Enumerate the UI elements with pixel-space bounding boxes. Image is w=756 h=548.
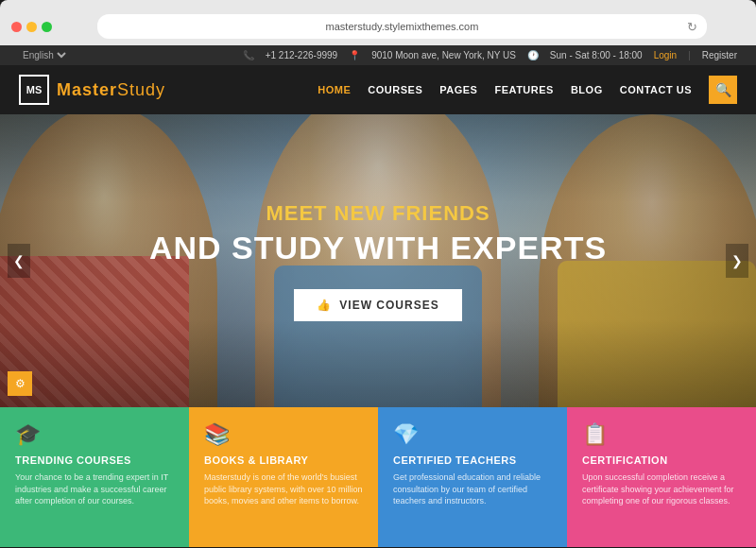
certification-desc: Upon successful completion receive a cer… — [582, 471, 741, 507]
teachers-desc: Get professional education and reliable … — [393, 471, 552, 507]
refresh-icon[interactable]: ↻ — [687, 20, 697, 34]
trending-title: TRENDING COURSES — [15, 454, 174, 466]
maximize-dot[interactable] — [42, 22, 52, 32]
hero-content: MEET NEW FRIENDS AND STUDY WITH EXPERTS … — [0, 114, 756, 407]
search-button[interactable]: 🔍 — [709, 76, 737, 104]
url-text: masterstudy.stylemixthemes.com — [326, 21, 479, 32]
clock-icon: 🕐 — [527, 50, 539, 60]
address-bar[interactable]: masterstudy.stylemixthemes.com ↻ — [97, 14, 707, 39]
hero-title: AND STUDY WITH EXPERTS — [149, 230, 607, 266]
address-text: 9010 Moon ave, New York, NY US — [371, 50, 516, 60]
library-desc: Masterstudy is one of the world's busies… — [204, 471, 363, 507]
logo: MS MasterStudy — [19, 75, 165, 105]
cta-label: VIEW COURSES — [339, 299, 438, 312]
hero-prev-button[interactable]: ❮ — [8, 244, 30, 278]
nav-courses[interactable]: COURSES — [368, 84, 422, 95]
phone-icon: 📞 — [243, 50, 254, 60]
language-select[interactable]: English — [19, 49, 69, 61]
brand-part1: Master — [57, 80, 117, 99]
location-icon: 📍 — [349, 50, 360, 60]
library-title: BOOKS & LIBRARY — [204, 454, 363, 466]
prev-icon: ❮ — [13, 253, 25, 268]
logo-box: MS — [19, 75, 49, 105]
feature-trending: 🎓 TRENDING COURSES Your chance to be a t… — [0, 407, 189, 547]
next-icon: ❯ — [731, 253, 743, 268]
login-link[interactable]: Login — [654, 50, 677, 60]
register-link[interactable]: Register — [702, 50, 737, 60]
website: English 📞 +1 212-226-9999 📍 9010 Moon av… — [0, 45, 756, 548]
feature-teachers: 💎 CERTIFIED TEACHERS Get professional ed… — [378, 407, 567, 547]
teachers-title: CERTIFIED TEACHERS — [393, 454, 552, 466]
cta-button[interactable]: 👍 VIEW COURSES — [294, 289, 461, 321]
feature-library: 📚 BOOKS & LIBRARY Masterstudy is one of … — [189, 407, 378, 547]
hero-subtitle: MEET NEW FRIENDS — [266, 201, 490, 226]
nav-contact[interactable]: CONTACT US — [620, 84, 692, 95]
browser-dots — [11, 22, 52, 32]
nav-features[interactable]: FEATURES — [494, 84, 553, 95]
cta-icon: 👍 — [317, 299, 332, 312]
phone-number: +1 212-226-9999 — [266, 50, 337, 60]
trending-desc: Your chance to be a trending expert in I… — [15, 471, 174, 507]
gear-icon: ⚙ — [15, 377, 26, 390]
header: MS MasterStudy HOME COURSES PAGES FEATUR… — [0, 65, 756, 114]
features-section: 🎓 TRENDING COURSES Your chance to be a t… — [0, 407, 756, 547]
trending-icon: 🎓 — [15, 422, 174, 447]
brand-part2: Study — [117, 80, 165, 99]
brand-name: MasterStudy — [57, 80, 165, 100]
certification-icon: 📋 — [582, 422, 741, 447]
minimize-dot[interactable] — [26, 22, 37, 32]
nav-home[interactable]: HOME — [318, 84, 351, 95]
utility-right: 📞 +1 212-226-9999 📍 9010 Moon ave, New Y… — [243, 50, 737, 60]
hours-text: Sun - Sat 8:00 - 18:00 — [550, 50, 643, 60]
utility-bar: English 📞 +1 212-226-9999 📍 9010 Moon av… — [0, 45, 756, 65]
nav-pages[interactable]: PAGES — [439, 84, 477, 95]
utility-left: English — [19, 49, 69, 61]
gear-button[interactable]: ⚙ — [8, 371, 32, 396]
feature-certification: 📋 CERTIFICATION Upon successful completi… — [567, 407, 756, 547]
certification-title: CERTIFICATION — [582, 454, 741, 466]
main-nav: HOME COURSES PAGES FEATURES BLOG CONTACT… — [318, 76, 737, 104]
hero-section: MEET NEW FRIENDS AND STUDY WITH EXPERTS … — [0, 114, 756, 407]
browser-chrome: masterstudy.stylemixthemes.com ↻ — [0, 0, 756, 45]
nav-blog[interactable]: BLOG — [571, 84, 603, 95]
separator: | — [688, 50, 691, 60]
close-dot[interactable] — [11, 22, 22, 32]
library-icon: 📚 — [204, 422, 363, 447]
teachers-icon: 💎 — [393, 422, 552, 447]
hero-next-button[interactable]: ❯ — [726, 244, 748, 278]
